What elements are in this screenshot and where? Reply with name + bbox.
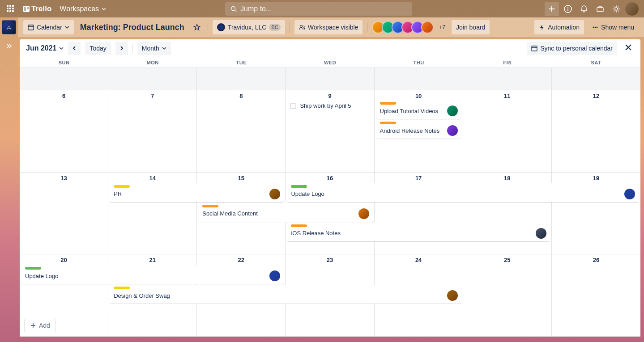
info-icon <box>564 5 572 13</box>
assignee-avatar[interactable] <box>358 208 369 219</box>
cal-cell-6[interactable]: 6 <box>20 90 108 173</box>
cal-cell-dim[interactable] <box>375 68 463 90</box>
label-yellow <box>114 287 130 289</box>
assignee-avatar[interactable] <box>536 228 546 239</box>
star-icon <box>193 24 200 31</box>
cal-cell-12[interactable]: 12 <box>552 90 640 173</box>
assignee-avatar[interactable] <box>447 125 458 136</box>
close-icon <box>624 43 632 51</box>
svg-point-8 <box>595 27 596 28</box>
workspaces-dropdown[interactable]: Workspaces <box>55 2 111 16</box>
calendar-toolbar: Jun 2021 Today Month Sync to personal ca… <box>20 39 640 57</box>
brand-text: Trello <box>31 4 51 13</box>
svg-rect-10 <box>532 46 537 51</box>
svg-rect-3 <box>597 8 603 12</box>
prev-month-button[interactable] <box>68 42 81 55</box>
cal-cell-dim[interactable] <box>197 68 286 90</box>
label-orange <box>380 102 396 105</box>
automation-button[interactable]: Automation <box>534 20 584 34</box>
org-link[interactable]: Travidux, LLC BC <box>213 20 285 34</box>
label-yellow <box>114 185 130 188</box>
day-header-tue: TUE <box>197 57 286 68</box>
workspace-tile[interactable] <box>2 20 16 34</box>
trello-logo[interactable]: Trello <box>23 4 51 13</box>
view-switcher[interactable]: Calendar <box>23 20 74 34</box>
notifications-button[interactable] <box>577 2 591 16</box>
event-android-notes[interactable]: Android Release Notes <box>376 120 461 139</box>
visibility-button[interactable]: Workspace visible <box>294 20 363 34</box>
briefcase-button[interactable] <box>593 2 607 16</box>
info-button[interactable] <box>561 2 575 16</box>
calendar-icon <box>28 24 34 30</box>
event-ios-notes[interactable]: iOS Release Notes <box>287 223 550 241</box>
workspace-icon <box>5 23 13 31</box>
svg-rect-5 <box>28 25 34 30</box>
cal-cell-25[interactable]: 25 <box>463 254 552 337</box>
chevron-right-icon <box>119 46 124 51</box>
month-selector[interactable]: Jun 2021 <box>26 44 64 52</box>
join-board-button[interactable]: Join board <box>452 20 490 34</box>
next-month-button[interactable] <box>115 42 128 55</box>
svg-point-2 <box>567 7 568 8</box>
expand-sidebar-button[interactable] <box>3 41 15 51</box>
cal-cell-26[interactable]: 26 <box>552 254 640 337</box>
chevron-down-icon <box>102 7 106 11</box>
app-switcher[interactable] <box>4 2 18 16</box>
search-input[interactable]: Jump to... <box>225 2 412 16</box>
event-update-logo-1[interactable]: Update Logo <box>287 183 639 202</box>
event-update-logo-2[interactable]: Update Logo <box>21 265 284 284</box>
assignee-avatar[interactable] <box>269 189 280 199</box>
cal-cell-dim[interactable] <box>108 68 197 90</box>
gear-icon <box>612 5 620 13</box>
assignee-avatar[interactable] <box>624 189 635 199</box>
svg-point-6 <box>300 25 302 28</box>
svg-point-7 <box>593 27 594 28</box>
event-pr[interactable]: PR <box>110 183 284 202</box>
checklist-item[interactable]: Ship work by April 5 <box>288 101 371 110</box>
chevron-down-icon <box>65 25 69 30</box>
checkbox-icon[interactable] <box>290 103 296 109</box>
svg-point-0 <box>231 6 235 10</box>
cal-cell-13[interactable]: 13 <box>20 173 108 255</box>
day-header-wed: WED <box>286 57 374 68</box>
close-calendar-button[interactable] <box>623 42 634 54</box>
assignee-avatar[interactable] <box>447 290 458 301</box>
search-placeholder: Jump to... <box>240 5 272 13</box>
divider <box>290 23 290 31</box>
cal-cell-dim[interactable] <box>463 68 552 90</box>
cal-cell-8[interactable]: 8 <box>197 90 286 173</box>
chevron-down-icon <box>162 46 166 51</box>
cal-cell-dim[interactable] <box>20 68 108 90</box>
assignee-avatar[interactable] <box>447 106 458 116</box>
divider <box>367 23 367 31</box>
cal-cell-11[interactable]: 11 <box>463 90 552 173</box>
settings-button[interactable] <box>609 2 623 16</box>
collapsed-sidebar <box>0 17 18 342</box>
event-design-swag[interactable]: Design & Order Swag <box>110 285 461 304</box>
show-menu-button[interactable]: Show menu <box>588 20 639 34</box>
create-button[interactable] <box>545 2 559 16</box>
view-mode-selector[interactable]: Month <box>137 42 171 55</box>
cal-cell-dim[interactable] <box>552 68 640 90</box>
add-card-button[interactable]: Add <box>24 319 56 332</box>
label-orange <box>202 205 218 207</box>
member-avatars[interactable] <box>372 21 434 34</box>
plus-icon <box>548 5 555 13</box>
sync-calendar-button[interactable]: Sync to personal calendar <box>527 42 617 55</box>
assignee-avatar[interactable] <box>269 270 280 281</box>
cal-cell-dim[interactable] <box>286 68 374 90</box>
svg-point-4 <box>615 8 618 10</box>
board-title[interactable]: Marketing: Product Launch <box>77 23 187 32</box>
event-upload-tutorial[interactable]: Upload Tutorial Videos <box>376 100 461 119</box>
day-header-fri: FRI <box>463 57 552 68</box>
more-members[interactable]: +7 <box>439 24 445 30</box>
user-avatar[interactable] <box>625 2 639 16</box>
today-button[interactable]: Today <box>85 42 111 55</box>
search-icon <box>230 6 237 12</box>
star-button[interactable] <box>191 20 203 34</box>
chevron-left-icon <box>72 46 77 51</box>
org-badge: BC <box>269 24 280 31</box>
cal-cell-7[interactable]: 7 <box>108 90 197 173</box>
event-social-media[interactable]: Social Media Content <box>199 203 372 222</box>
member-avatar[interactable] <box>421 21 434 34</box>
